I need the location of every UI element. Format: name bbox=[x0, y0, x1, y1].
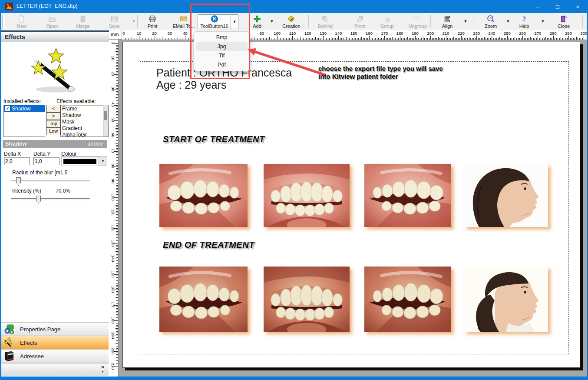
delta-x-label: Delta X bbox=[4, 151, 21, 157]
adressee-icon bbox=[3, 350, 16, 362]
open-icon bbox=[48, 15, 56, 23]
vertical-ruler: 0102030405060708090100110120130140150160… bbox=[109, 40, 119, 377]
toolbar-button-group: Group bbox=[373, 14, 401, 29]
toolbar-button-merge: Merge bbox=[69, 14, 97, 29]
blur-radius-label: Radius of the blur [m1,5 bbox=[12, 170, 67, 176]
print-icon bbox=[148, 15, 157, 23]
maximize-button[interactable]: □ bbox=[548, 0, 568, 13]
document-page[interactable]: Patient : ORTHO Francesca Age : 29 years… bbox=[122, 42, 580, 368]
available-effects-label: Effects available: bbox=[56, 98, 96, 104]
nav-overflow-chevron[interactable]: »▼ bbox=[101, 364, 104, 374]
email-to-icon bbox=[179, 15, 188, 23]
toolbar-gripper[interactable] bbox=[2, 15, 5, 29]
colour-dropdown-button[interactable]: ▼ bbox=[99, 157, 107, 166]
toolbar-button-creation[interactable]: Creation bbox=[278, 14, 304, 29]
toolbar-separator bbox=[275, 15, 275, 28]
delta-y-input[interactable] bbox=[33, 157, 59, 165]
toolbar-dropdown-help[interactable]: ▼ bbox=[540, 19, 546, 23]
available-effect-item[interactable]: AlphaToGr bbox=[60, 131, 108, 137]
photo-end-intraoral-frontal-view[interactable] bbox=[264, 267, 350, 332]
front-icon bbox=[356, 15, 364, 23]
toolbar-button-close[interactable]: Close bbox=[550, 14, 578, 29]
toolbar-button-ungroup: Ungroup bbox=[404, 14, 432, 29]
sidebar-item-effects[interactable]: Effects bbox=[1, 336, 109, 350]
delta-y-label: Delta Y bbox=[33, 151, 50, 157]
move-left-button[interactable]: < bbox=[46, 105, 61, 113]
sidebar-item-properties-page[interactable]: Properties Page bbox=[1, 322, 109, 336]
photo-start-intraoral-frontal-view[interactable] bbox=[264, 164, 350, 227]
section-heading-end[interactable]: END OF TREATMENT bbox=[163, 240, 254, 250]
available-effect-item[interactable]: Mask bbox=[60, 118, 108, 125]
move-low-button[interactable]: Low bbox=[46, 127, 61, 135]
intensity-slider[interactable] bbox=[11, 198, 90, 201]
available-effect-item[interactable]: Gradient bbox=[60, 125, 108, 131]
close-button[interactable]: × bbox=[568, 0, 588, 13]
installed-effect-item[interactable]: ✓Shadow bbox=[4, 105, 45, 112]
behind-icon bbox=[321, 15, 330, 23]
title-bar: LETTER (EOT_ENG.dtp) –□× bbox=[0, 0, 588, 13]
align-icon bbox=[443, 15, 452, 23]
window-title: LETTER (EOT_ENG.dtp) bbox=[17, 3, 77, 9]
photo-end-intraoral-lateral-left-view[interactable] bbox=[364, 267, 451, 332]
save-icon bbox=[110, 15, 119, 23]
panel-header: Effects bbox=[1, 32, 109, 42]
toolbar-dropdown-align[interactable]: ▼ bbox=[462, 19, 469, 23]
photo-end-facial-profile-photo[interactable] bbox=[464, 267, 548, 332]
toolbar-separator bbox=[137, 15, 138, 28]
toolbar: NewOpenMergeSave▼PrintEMail To...KToolBu… bbox=[1, 13, 587, 31]
available-effect-item[interactable]: Shadow bbox=[60, 112, 108, 118]
svg-text:100: 100 bbox=[489, 17, 492, 20]
help-icon: ? bbox=[520, 15, 529, 23]
intensity-slider-thumb[interactable] bbox=[36, 196, 41, 204]
merge-icon bbox=[79, 15, 87, 23]
photo-start-facial-profile-photo[interactable] bbox=[464, 164, 548, 227]
intensity-label: Intensity (%) bbox=[12, 188, 41, 194]
toolbar-separator bbox=[308, 15, 309, 28]
available-list-scrollbar[interactable] bbox=[103, 105, 108, 137]
scrollbar-thumb[interactable] bbox=[104, 111, 107, 120]
close-icon bbox=[559, 15, 568, 23]
magic-wand-icon bbox=[2, 43, 108, 97]
creation-icon bbox=[287, 15, 296, 23]
active-effect-status: active bbox=[87, 140, 103, 147]
group-icon bbox=[383, 15, 391, 23]
minimize-button[interactable]: – bbox=[528, 0, 548, 13]
sidebar-item-adressee[interactable]: Adressee bbox=[1, 349, 109, 363]
blur-radius-slider-thumb[interactable] bbox=[16, 177, 21, 186]
toolbar-button-align[interactable]: Align bbox=[433, 14, 461, 29]
annotation-text: choose the export file type you will sav… bbox=[318, 65, 462, 80]
app-icon bbox=[5, 3, 13, 10]
available-effect-item[interactable]: Frame bbox=[60, 105, 108, 112]
photo-start-intraoral-lateral-left-view[interactable] bbox=[364, 164, 451, 227]
active-effect-bar: Shadow active bbox=[3, 140, 107, 148]
toolbar-button-print[interactable]: Print bbox=[139, 14, 165, 29]
available-effects-list[interactable]: FrameShadowMaskGradientAlphaToGr bbox=[60, 105, 109, 137]
colour-swatch[interactable] bbox=[61, 157, 99, 166]
installed-effects-list[interactable]: ✓Shadow bbox=[3, 105, 45, 137]
document-canvas: mm 0102030405060708090100110120130140150… bbox=[109, 30, 587, 377]
toolbar-button-help[interactable]: ?Help bbox=[510, 14, 538, 29]
move-top-button[interactable]: Top bbox=[46, 120, 61, 128]
toolbar-dropdown-add[interactable]: ▼ bbox=[269, 19, 275, 23]
effect-checkbox[interactable]: ✓ bbox=[5, 106, 10, 111]
toolbar-separator bbox=[430, 15, 431, 28]
intensity-value: 70,0% bbox=[56, 188, 70, 194]
nav-overflow-bar: »▼ bbox=[1, 363, 109, 376]
toolbar-button-zoom[interactable]: 100Zoom bbox=[477, 14, 505, 29]
section-heading-start[interactable]: START OF TREATMENT bbox=[163, 134, 265, 144]
move-right-button[interactable]: > bbox=[46, 112, 61, 120]
effects-icon bbox=[3, 337, 16, 348]
toolbar-button-open: Open bbox=[38, 14, 66, 29]
properties-page-icon bbox=[3, 323, 16, 335]
delta-x-input[interactable] bbox=[4, 157, 30, 165]
toolbar-dropdown-save: ▼ bbox=[131, 19, 137, 23]
blur-radius-value: 1,5 bbox=[60, 170, 68, 176]
panel-title: Effects bbox=[5, 33, 25, 40]
blur-radius-slider[interactable] bbox=[11, 180, 90, 183]
ungroup-icon bbox=[413, 15, 422, 23]
photo-end-intraoral-lateral-right-view[interactable] bbox=[159, 267, 248, 332]
photo-start-intraoral-lateral-right-view[interactable] bbox=[159, 164, 248, 227]
installed-effects-label: Installed effects: bbox=[3, 98, 41, 104]
annotation-rectangle bbox=[190, 3, 250, 79]
svg-text:?: ? bbox=[522, 15, 526, 23]
